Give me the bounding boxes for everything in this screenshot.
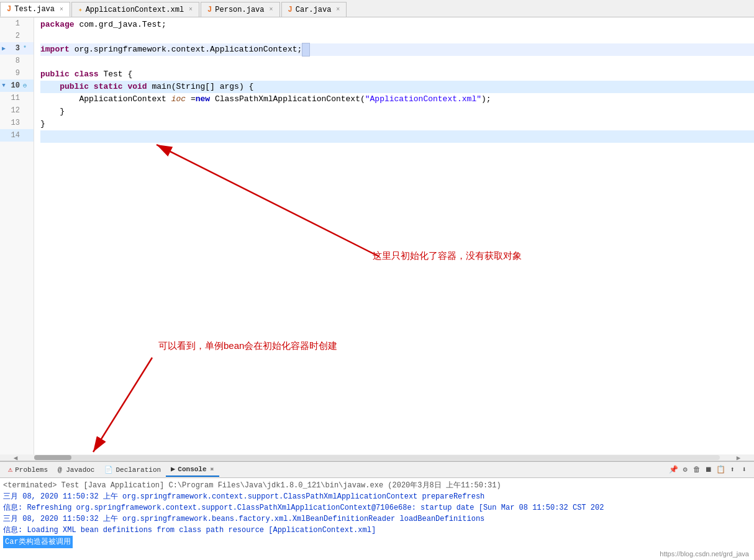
line10-marker: ⊖ [23,82,27,89]
tab-label: ApplicationContext.xml [86,6,184,14]
tab-car-java[interactable]: J Car.java × [281,2,347,17]
scrollbar-thumb[interactable] [34,455,71,460]
console-line-1: 三月 08, 2020 11:50:32 上午 org.springframew… [3,491,751,502]
code-line-12: } [40,106,754,118]
code-line-2 [40,31,754,43]
line-number-10: 10 [7,79,23,92]
xml-icon: ✦ [78,6,83,14]
java-icon: J [207,6,212,14]
editor-scrollbar[interactable]: ◀ ▶ [0,454,754,461]
console-terminated-line: <terminated> Test [Java Application] C:\… [3,480,751,491]
minimize-icon[interactable]: ⬇ [739,465,749,475]
tab-close-icon[interactable]: × [189,6,193,13]
code-line-11: ApplicationContext ioc = new ClassPathXm… [40,93,754,106]
tab-console[interactable]: ▶ Console ✖ [166,463,219,477]
line-number-12: 12 [7,104,23,117]
tab-label: Test.java [14,5,55,14]
clear-console-icon[interactable]: 🗑 [692,465,702,475]
tab-test-java[interactable]: J Test.java × [0,2,70,17]
tab-problems[interactable]: ⚠ Problems [3,463,53,477]
java-icon: J [7,5,11,14]
line-number-1: 1 [7,17,23,30]
line-number-14: 14 [7,129,23,142]
code-area[interactable]: 1 2 ▶ 3 * 8 [0,17,754,454]
copy-icon[interactable]: 📋 [715,465,725,475]
scrollbar-track[interactable] [34,455,720,460]
console-line-2: 信息: Refreshing org.springframework.conte… [3,502,751,513]
import-collapsed [302,43,310,56]
bottom-panel: ⚠ Problems @ Javadoc 📄 Declaration ▶ Con… [0,461,754,560]
tab-close-icon[interactable]: × [336,6,340,13]
tab-close-icon[interactable]: × [60,6,63,13]
console-highlight-text: Car类构造器被调用 [3,536,73,548]
code-line-9: public class Test { [40,68,754,81]
pin-icon[interactable]: 📌 [668,465,678,475]
bottom-toolbar-icons: 📌 ⚙ 🗑 ⏹ 📋 ⬆ ⬇ [668,465,754,475]
tab-bar: J Test.java × ✦ ApplicationContext.xml ×… [0,0,754,17]
line-number-8: 8 [7,55,23,67]
console-line-3: 三月 08, 2020 11:50:32 上午 org.springframew… [3,513,751,525]
line-number-3: 3 [7,42,23,55]
watermark: https://blog.csdn.net/grd_java [660,550,749,558]
code-line-14 [40,130,754,143]
bottom-tab-bar: ⚠ Problems @ Javadoc 📄 Declaration ▶ Con… [0,462,754,478]
import-marker-icon: * [23,45,27,52]
tab-label: Person.java [215,6,264,14]
code-line-13: } [40,118,754,130]
code-line-10: public static void main(String[] args) { [40,81,754,93]
tab-person-java[interactable]: J Person.java × [201,2,279,17]
code-line-8 [40,56,754,68]
console-line-5: Car类构造器被调用 [3,536,751,548]
tab-appcontext-xml[interactable]: ✦ ApplicationContext.xml × [71,2,199,17]
line-number-13: 13 [7,117,23,129]
declaration-icon: 📄 [104,466,113,474]
code-line-3: import org.springframework.context.Appli… [40,43,754,56]
code-content[interactable]: package com.grd_java.Test; import org.sp… [34,17,754,454]
import-fold-icon[interactable]: ▶ [2,45,6,52]
problems-icon: ⚠ [8,465,12,474]
console-x-icon: ✖ [211,466,214,473]
fold-open-icon[interactable]: ▼ [2,83,5,89]
settings-icon[interactable]: ⚙ [680,465,690,475]
line-number-9: 9 [7,67,23,79]
stop-icon[interactable]: ⏹ [704,465,714,475]
maximize-icon[interactable]: ⬆ [727,465,737,475]
tab-javadoc[interactable]: @ Javadoc [53,463,99,477]
line-number-11: 11 [7,92,23,104]
console-icon: ▶ [171,464,175,474]
console-line-4: 信息: Loading XML bean definitions from cl… [3,525,751,536]
code-editor: 1 2 ▶ 3 * 8 [0,17,754,461]
tab-label: Car.java [296,6,332,14]
console-output[interactable]: <terminated> Test [Java Application] C:\… [0,478,754,560]
java-icon: J [288,6,293,14]
tab-close-icon[interactable]: × [270,6,273,13]
tab-declaration[interactable]: 📄 Declaration [99,463,166,477]
line-number-2: 2 [7,30,23,42]
code-line-1: package com.grd_java.Test; [40,19,754,31]
